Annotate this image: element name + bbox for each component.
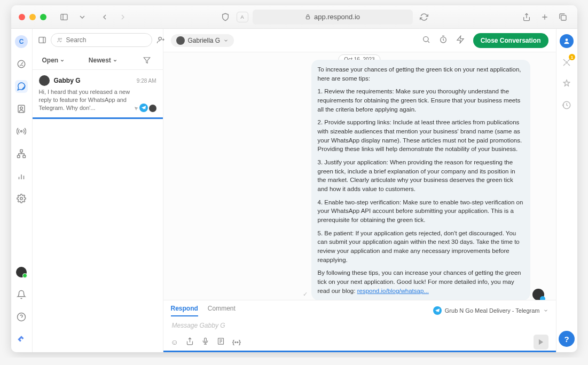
- send-button[interactable]: [534, 335, 548, 350]
- browser-titlebar: A app.respond.io: [11, 5, 577, 29]
- svg-point-20: [58, 38, 60, 40]
- svg-rect-10: [20, 150, 23, 153]
- status-filter[interactable]: Open: [42, 57, 65, 64]
- svg-rect-2: [306, 17, 309, 19]
- back-button[interactable]: [98, 10, 112, 24]
- minimize-window-button[interactable]: [29, 14, 36, 20]
- url-text: app.respond.io: [314, 13, 360, 21]
- search-input[interactable]: [66, 36, 146, 44]
- sort-filter[interactable]: Newest: [89, 57, 117, 64]
- assignee-avatar: [149, 105, 156, 112]
- reports-icon[interactable]: [15, 170, 28, 182]
- workspace-avatar[interactable]: C: [15, 35, 28, 48]
- help-fab[interactable]: ?: [559, 331, 575, 347]
- badge: 1: [569, 54, 575, 60]
- contact-name: Gabby G: [54, 77, 132, 84]
- chevron-down-icon: [223, 38, 229, 43]
- workflows-icon[interactable]: [15, 147, 28, 160]
- assignee-selector[interactable]: Gabriella G: [171, 34, 234, 47]
- filter-icon[interactable]: [141, 54, 153, 66]
- snooze-icon[interactable]: [439, 35, 448, 46]
- share-icon[interactable]: [520, 10, 534, 24]
- message-input[interactable]: [171, 316, 548, 335]
- svg-rect-11: [18, 155, 20, 158]
- search-icon[interactable]: [422, 35, 430, 46]
- text-size-icon[interactable]: A: [237, 12, 248, 22]
- address-bar[interactable]: app.respond.io: [253, 10, 413, 25]
- svg-point-24: [423, 36, 428, 41]
- sidebar-toggle-icon[interactable]: [57, 10, 71, 24]
- channel-selector[interactable]: Grub N Go Meal Delivery - Telegram: [432, 306, 548, 315]
- snippet-icon[interactable]: [217, 337, 225, 347]
- tabs-overview-icon[interactable]: [556, 10, 570, 24]
- activities-icon[interactable]: [560, 77, 574, 91]
- svg-point-16: [20, 197, 23, 200]
- contact-details-icon[interactable]: [560, 34, 574, 48]
- tab-comment[interactable]: Comment: [208, 305, 236, 316]
- conversation-preview: Hi, I heard that you released a new repl…: [39, 88, 156, 112]
- assignee-name: Gabriella G: [188, 37, 221, 44]
- panel-toggle-icon[interactable]: [38, 34, 46, 46]
- svg-line-25: [428, 41, 429, 43]
- chevron-down-icon: [60, 58, 65, 63]
- brand-icon[interactable]: [15, 333, 28, 346]
- channels-icon[interactable]: 1: [560, 55, 574, 69]
- conversation-time: 9:28 AM: [137, 78, 156, 84]
- chevron-down-icon: [113, 58, 117, 63]
- broadcast-icon[interactable]: [15, 125, 28, 138]
- outgoing-message: ✓ To increase your chances of getting th…: [311, 60, 530, 300]
- notifications-icon[interactable]: [15, 288, 28, 301]
- app-window: A app.respond.io C: [11, 5, 577, 352]
- lock-icon: [305, 14, 311, 20]
- svg-point-8: [20, 107, 23, 109]
- blog-link[interactable]: respond.io/blog/whatsap...: [357, 288, 429, 294]
- conversation-item[interactable]: Gabby G 9:28 AM Hi, I heard that you rel…: [33, 70, 163, 119]
- messages-icon[interactable]: [15, 80, 28, 93]
- agent-avatar: [532, 289, 544, 300]
- svg-rect-0: [61, 14, 67, 20]
- attach-icon[interactable]: [186, 337, 194, 347]
- forward-button[interactable]: [116, 10, 130, 24]
- assignee-avatar: [176, 36, 185, 45]
- fullscreen-window-button[interactable]: [40, 14, 46, 20]
- bolt-icon[interactable]: [456, 35, 465, 46]
- new-tab-icon[interactable]: [538, 10, 552, 24]
- svg-point-35: [566, 62, 568, 64]
- telegram-icon: [139, 104, 148, 112]
- shield-icon[interactable]: [218, 10, 232, 24]
- chevron-down-icon: [543, 308, 548, 313]
- chat-panel: Gabriella G Close Conversation Oct 16, 2…: [163, 29, 556, 352]
- dashboard-icon[interactable]: [15, 58, 28, 70]
- svg-rect-5: [561, 15, 566, 20]
- compose-area: Respond Comment Grub N Go Meal Delivery …: [163, 300, 556, 352]
- window-controls: [19, 14, 46, 20]
- svg-rect-18: [39, 37, 45, 43]
- inbox-panel: Open Newest Gabby G 9:28 AM Hi, I heard …: [33, 29, 163, 352]
- emoji-icon[interactable]: ☺: [171, 338, 178, 346]
- chevron-down-icon[interactable]: [75, 10, 89, 24]
- svg-rect-12: [23, 155, 26, 158]
- progress-indicator: [163, 351, 556, 352]
- variable-icon[interactable]: {••}: [232, 339, 241, 345]
- svg-point-9: [21, 131, 22, 132]
- contacts-icon[interactable]: [15, 102, 28, 115]
- svg-point-21: [60, 38, 61, 39]
- history-icon[interactable]: [560, 98, 574, 112]
- close-window-button[interactable]: [19, 14, 25, 20]
- svg-rect-28: [204, 338, 206, 342]
- contact-avatar: [39, 75, 50, 86]
- right-rail: 1 ?: [556, 29, 577, 352]
- telegram-icon: [433, 306, 442, 315]
- close-conversation-button[interactable]: Close Conversation: [473, 33, 548, 48]
- settings-icon[interactable]: [15, 192, 28, 205]
- delivered-icon: ✓: [303, 290, 308, 299]
- search-input-wrapper[interactable]: [51, 33, 152, 47]
- message-list[interactable]: Oct 16, 2023 ✓ To increase your chances …: [163, 52, 556, 300]
- help-icon[interactable]: [15, 311, 28, 323]
- svg-marker-33: [538, 339, 543, 345]
- reload-icon[interactable]: [417, 10, 431, 24]
- tab-respond[interactable]: Respond: [171, 305, 198, 316]
- voice-icon[interactable]: [201, 337, 209, 347]
- svg-marker-23: [144, 58, 151, 64]
- user-avatar[interactable]: [15, 266, 28, 279]
